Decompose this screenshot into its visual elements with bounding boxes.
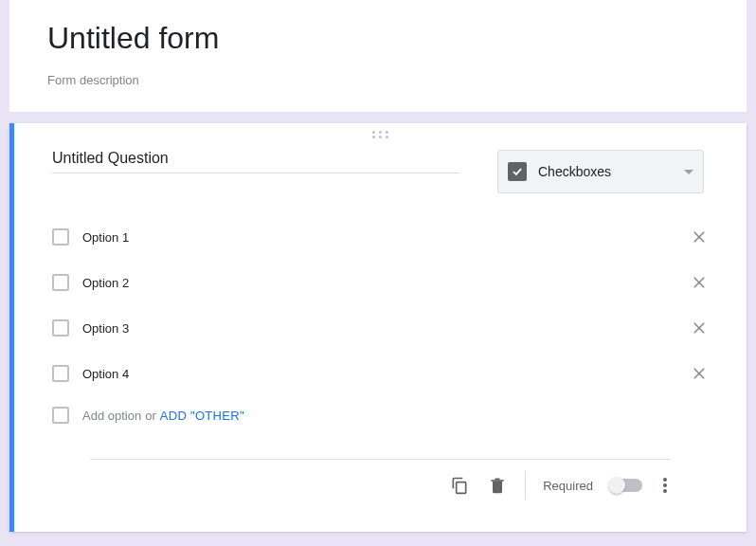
- drag-handle[interactable]: [14, 123, 747, 142]
- required-label: Required: [543, 479, 593, 493]
- question-type-label: Checkboxes: [538, 164, 684, 179]
- svg-rect-8: [457, 482, 466, 494]
- card-footer: Required: [90, 459, 671, 513]
- question-title-input[interactable]: Untitled Question: [52, 150, 459, 173]
- required-toggle[interactable]: [610, 479, 642, 492]
- remove-option-button[interactable]: [690, 273, 709, 292]
- checkbox-icon: [52, 407, 69, 424]
- toggle-knob: [608, 477, 625, 494]
- option-row: Option 4: [52, 351, 709, 396]
- or-text: or: [145, 409, 156, 423]
- option-label-input[interactable]: Option 1: [82, 230, 690, 245]
- delete-button[interactable]: [487, 475, 508, 496]
- question-card: Untitled Question Checkboxes Option 1: [9, 123, 747, 532]
- duplicate-button[interactable]: [449, 475, 470, 496]
- add-option-row: Add option or ADD "OTHER": [52, 396, 709, 434]
- divider: [525, 471, 526, 500]
- form-title[interactable]: Untitled form: [47, 21, 709, 56]
- checkbox-icon: [52, 319, 69, 337]
- checkbox-icon: [52, 228, 69, 246]
- remove-option-button[interactable]: [690, 228, 709, 246]
- question-body: Untitled Question Checkboxes Option 1: [14, 142, 747, 532]
- more-options-button[interactable]: [659, 478, 671, 493]
- checkbox-type-icon: [508, 162, 527, 181]
- drag-handle-icon: [371, 131, 390, 138]
- chevron-down-icon: [684, 170, 693, 174]
- option-label-input[interactable]: Option 2: [82, 276, 690, 290]
- checkbox-icon: [52, 274, 69, 291]
- add-other-button[interactable]: ADD "OTHER": [160, 409, 244, 423]
- option-label-input[interactable]: Option 4: [82, 367, 690, 381]
- question-type-select[interactable]: Checkboxes: [497, 150, 704, 193]
- option-label-input[interactable]: Option 3: [82, 321, 690, 336]
- option-row: Option 3: [52, 305, 709, 351]
- checkbox-icon: [52, 365, 69, 382]
- option-row: Option 1: [52, 214, 709, 260]
- remove-option-button[interactable]: [690, 318, 709, 337]
- add-option-button[interactable]: Add option: [82, 409, 141, 423]
- options-list: Option 1 Option 2 Option 3: [52, 214, 709, 434]
- remove-option-button[interactable]: [690, 364, 709, 383]
- form-description[interactable]: Form description: [47, 73, 709, 87]
- form-header-card: Untitled form Form description: [9, 0, 747, 112]
- option-row: Option 2: [52, 260, 709, 305]
